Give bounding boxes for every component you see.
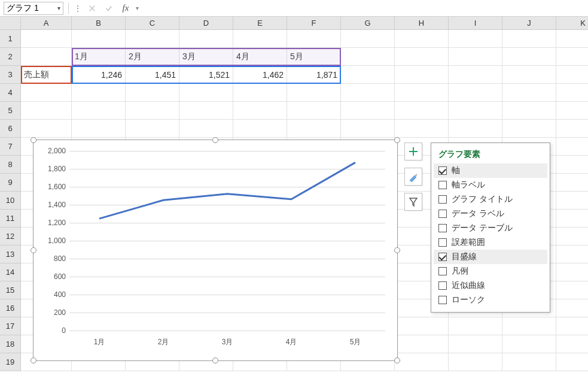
cell[interactable] (341, 66, 395, 84)
chart-element-option[interactable]: ローソク (434, 293, 547, 307)
cell[interactable] (287, 84, 341, 102)
column-header[interactable]: K (556, 17, 588, 30)
checkbox-icon[interactable] (438, 224, 447, 232)
resize-handle[interactable] (31, 357, 36, 363)
checkbox-icon[interactable] (438, 210, 447, 218)
row-header[interactable]: 16 (0, 299, 21, 317)
cell[interactable] (395, 102, 449, 120)
cell[interactable] (556, 120, 588, 138)
cell[interactable] (126, 102, 179, 120)
cell[interactable] (21, 48, 72, 66)
chart-element-option[interactable]: 軸 (434, 163, 547, 178)
cancel-button[interactable] (86, 2, 99, 15)
cell[interactable] (449, 335, 502, 353)
row-header[interactable]: 5 (0, 102, 21, 120)
cell[interactable] (72, 120, 126, 138)
cell[interactable] (556, 263, 588, 281)
cell[interactable] (179, 120, 233, 138)
cell[interactable] (233, 30, 287, 48)
cell[interactable]: 1,246 (72, 66, 126, 84)
checkbox-icon[interactable] (438, 281, 447, 290)
cell[interactable] (395, 48, 449, 66)
cell[interactable] (502, 66, 556, 84)
resize-handle[interactable] (394, 357, 400, 363)
checkbox-icon[interactable] (438, 267, 447, 275)
cell[interactable] (179, 84, 233, 102)
cell[interactable] (126, 120, 179, 138)
cell[interactable] (21, 120, 72, 138)
row-header[interactable]: 19 (0, 353, 21, 371)
cell[interactable] (72, 30, 126, 48)
name-box[interactable]: グラフ 1 ▾ (4, 2, 63, 15)
cell[interactable] (502, 120, 556, 138)
cell[interactable]: 1,451 (126, 66, 179, 84)
row-header[interactable]: 10 (0, 192, 21, 210)
worksheet[interactable]: ABCDEFGHIJK 1234567891011121314151617181… (0, 17, 588, 388)
row-header[interactable]: 9 (0, 174, 21, 192)
cell[interactable] (556, 281, 588, 299)
cell[interactable] (502, 30, 556, 48)
row-header[interactable]: 11 (0, 210, 21, 228)
resize-handle[interactable] (31, 247, 36, 253)
cell[interactable] (179, 102, 233, 120)
cell[interactable] (449, 102, 502, 120)
column-header[interactable]: I (449, 17, 502, 30)
cell[interactable] (502, 84, 556, 102)
cell[interactable] (287, 102, 341, 120)
chart-element-option[interactable]: 目盛線 (434, 250, 547, 264)
cell[interactable] (395, 353, 449, 371)
cell[interactable] (449, 84, 502, 102)
cell[interactable] (21, 84, 72, 102)
row-header[interactable]: 1 (0, 30, 21, 48)
cell[interactable]: 1,521 (179, 66, 233, 84)
chart-element-option[interactable]: 誤差範囲 (434, 235, 547, 250)
cell[interactable] (449, 66, 502, 84)
row-header[interactable]: 17 (0, 317, 21, 335)
cell[interactable] (126, 30, 179, 48)
cell[interactable] (502, 317, 556, 335)
chart-element-option[interactable]: 軸ラベル (434, 178, 547, 192)
cell[interactable] (395, 317, 449, 335)
row-header[interactable]: 18 (0, 335, 21, 353)
cell[interactable] (502, 102, 556, 120)
column-header[interactable]: C (126, 17, 179, 30)
column-header[interactable]: A (21, 17, 72, 30)
cell[interactable] (556, 317, 588, 335)
cell[interactable] (21, 102, 72, 120)
cell[interactable]: 1,462 (233, 66, 287, 84)
cell[interactable] (287, 30, 341, 48)
cell[interactable]: 売上額 (21, 66, 72, 84)
column-header[interactable]: G (341, 17, 395, 30)
column-header[interactable]: J (502, 17, 556, 30)
cell[interactable] (556, 156, 588, 174)
resize-handle[interactable] (212, 137, 218, 143)
cell[interactable] (556, 353, 588, 371)
cell[interactable] (287, 120, 341, 138)
cell[interactable]: 4月 (233, 48, 287, 66)
row-header[interactable]: 2 (0, 48, 21, 66)
checkbox-icon[interactable] (438, 296, 447, 304)
cell[interactable] (556, 174, 588, 192)
cell[interactable] (449, 48, 502, 66)
cell[interactable]: 3月 (179, 48, 233, 66)
cell[interactable] (341, 102, 395, 120)
cell[interactable] (556, 84, 588, 102)
cell[interactable] (556, 245, 588, 263)
row-header[interactable]: 8 (0, 156, 21, 174)
series-line[interactable] (99, 162, 355, 219)
checkbox-icon[interactable] (438, 181, 447, 189)
fx-icon[interactable]: fx (119, 2, 132, 15)
checkbox-icon[interactable] (438, 238, 447, 247)
chart-element-option[interactable]: データ ラベル (434, 207, 547, 221)
cell[interactable] (72, 84, 126, 102)
column-header[interactable]: H (395, 17, 449, 30)
cell[interactable] (556, 192, 588, 210)
formula-input[interactable] (142, 2, 584, 15)
chart-elements-button[interactable] (404, 143, 422, 160)
cell[interactable] (72, 102, 126, 120)
row-header[interactable]: 4 (0, 84, 21, 102)
column-header[interactable]: D (179, 17, 233, 30)
cell[interactable] (556, 66, 588, 84)
cell[interactable] (341, 30, 395, 48)
column-header[interactable]: F (287, 17, 341, 30)
